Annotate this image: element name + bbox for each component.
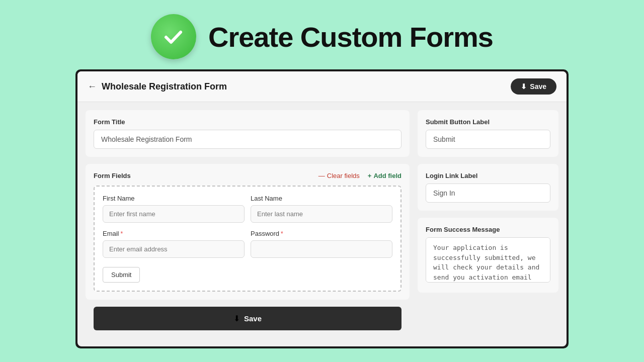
submit-preview-button[interactable]: Submit [103,267,140,283]
form-preview: First Name Last Name [94,186,401,292]
login-link-label-card: Login Link Label [418,164,558,211]
password-group: Password * [251,230,392,258]
logo-circle [151,14,196,59]
success-message-title: Form Success Message [426,226,550,233]
form-title-input[interactable] [94,130,401,149]
back-button[interactable]: ← [88,81,97,92]
save-label: Save [530,82,546,90]
header-left: ← Wholesale Registration Form [88,81,227,92]
last-name-group: Last Name [251,195,392,223]
clear-fields-label: Clear fields [327,172,360,179]
form-row-1: First Name Last Name [103,195,392,223]
email-label: Email * [103,230,245,237]
password-label: Password * [251,230,392,237]
email-required-star: * [121,230,123,237]
form-title-card: Form Title [86,110,410,157]
save-button-header[interactable]: ⬇ Save [511,78,556,95]
form-fields-header: Form Fields — Clear fields + Add field [94,172,401,179]
form-row-2: Email * Password * [103,230,392,258]
form-fields-card: Form Fields — Clear fields + Add field [86,164,410,300]
minus-icon: — [318,172,325,179]
form-editor: ← Wholesale Registration Form ⬇ Save For… [77,71,567,346]
last-name-input[interactable] [251,205,392,223]
save-bar-icon: ⬇ [233,314,240,323]
editor-body: Form Title Form Fields — Clear fields [77,102,567,346]
form-fields-actions: — Clear fields + Add field [318,172,401,179]
last-name-label: Last Name [251,195,392,202]
login-link-label-input[interactable] [426,184,550,203]
hero-section: Create Custom Forms [0,0,644,69]
form-title-label: Form Title [94,118,401,126]
save-bar[interactable]: ⬇ Save [94,307,401,330]
add-field-button[interactable]: + Add field [368,172,401,179]
add-field-label: Add field [373,172,401,179]
first-name-input[interactable] [103,205,245,223]
left-panel: Form Title Form Fields — Clear fields [86,110,410,338]
password-required-star: * [281,230,283,237]
main-container: ← Wholesale Registration Form ⬇ Save For… [75,69,569,348]
email-input[interactable] [103,240,245,258]
email-group: Email * [103,230,245,258]
editor-header: ← Wholesale Registration Form ⬇ Save [77,71,567,102]
success-message-textarea[interactable]: Your application is successfully submitt… [426,237,550,283]
password-input[interactable] [251,240,392,258]
login-link-label-title: Login Link Label [426,172,550,179]
form-fields-title: Form Fields [94,172,131,179]
editor-title: Wholesale Registration Form [102,81,227,92]
submit-button-label-input[interactable] [426,130,550,149]
clear-fields-button[interactable]: — Clear fields [318,172,360,179]
save-icon: ⬇ [521,82,527,90]
submit-button-label-card: Submit Button Label [418,110,558,157]
first-name-label: First Name [103,195,245,202]
save-bar-label: Save [244,314,262,323]
right-panel: Submit Button Label Login Link Label For… [418,110,558,338]
submit-preview-label: Submit [111,271,131,279]
plus-icon: + [368,172,372,179]
submit-button-label-title: Submit Button Label [426,118,550,126]
success-message-card: Form Success Message Your application is… [418,218,558,293]
first-name-group: First Name [103,195,245,223]
hero-title: Create Custom Forms [208,21,493,53]
